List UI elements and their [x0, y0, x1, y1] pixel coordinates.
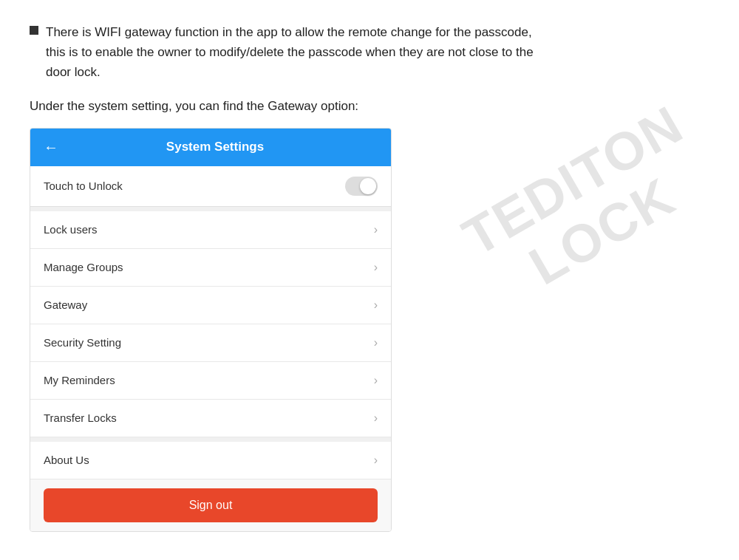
menu-item-gateway[interactable]: Gateway › — [30, 287, 391, 324]
menu-item-label-transfer-locks: Transfer Locks — [44, 412, 117, 424]
menu-item-about-us[interactable]: About Us › — [30, 442, 391, 479]
chevron-icon-security-setting: › — [374, 336, 378, 349]
sign-out-button[interactable]: Sign out — [44, 488, 378, 522]
phone-mockup: ← System Settings Touch to Unlock Lock u… — [30, 128, 392, 532]
chevron-icon-manage-groups: › — [374, 261, 378, 274]
back-button[interactable]: ← — [44, 139, 58, 156]
chevron-icon-lock-users: › — [374, 223, 378, 236]
menu-item-label-manage-groups: Manage Groups — [44, 261, 123, 273]
page-wrapper: There is WIFI gateway function in the ap… — [0, 0, 576, 554]
bullet-icon — [30, 26, 38, 35]
system-settings-header: ← System Settings — [30, 129, 391, 166]
touch-unlock-toggle[interactable] — [345, 177, 378, 196]
menu-item-label-about-us: About Us — [44, 454, 89, 466]
menu-item-manage-groups[interactable]: Manage Groups › — [30, 249, 391, 287]
menu-item-label-security-setting: Security Setting — [44, 336, 121, 349]
subtext-paragraph: Under the system setting, you can find t… — [30, 96, 547, 116]
menu-item-label-gateway: Gateway — [44, 298, 87, 311]
menu-item-label-lock-users: Lock users — [44, 223, 98, 236]
bullet-paragraph: There is WIFI gateway function in the ap… — [30, 22, 547, 83]
menu-item-label-my-reminders: My Reminders — [44, 374, 115, 386]
touch-unlock-label: Touch to Unlock — [44, 180, 123, 192]
chevron-icon-gateway: › — [374, 298, 378, 312]
menu-item-transfer-locks[interactable]: Transfer Locks › — [30, 400, 391, 437]
chevron-icon-about-us: › — [374, 454, 378, 467]
toggle-knob — [360, 178, 376, 194]
bullet-text-content: There is WIFI gateway function in the ap… — [46, 22, 547, 83]
menu-item-my-reminders[interactable]: My Reminders › — [30, 362, 391, 400]
menu-item-security-setting[interactable]: Security Setting › — [30, 324, 391, 362]
menu-item-lock-users[interactable]: Lock users › — [30, 211, 391, 249]
chevron-icon-transfer-locks: › — [374, 412, 378, 425]
chevron-icon-my-reminders: › — [374, 374, 378, 387]
header-title: System Settings — [67, 140, 363, 154]
sign-out-row: Sign out — [30, 479, 391, 531]
touch-unlock-row: Touch to Unlock — [30, 166, 391, 207]
